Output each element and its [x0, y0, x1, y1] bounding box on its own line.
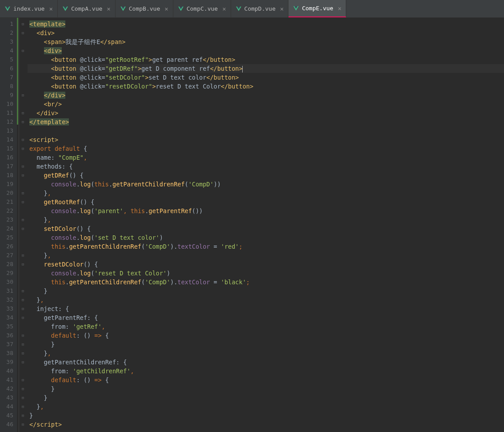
fold-marker[interactable]: ⊡	[19, 411, 27, 420]
tab-index-vue[interactable]: index.vue×	[0, 0, 58, 17]
fold-marker[interactable]: ⊡	[19, 109, 27, 117]
code-line[interactable]: <div>	[28, 28, 504, 37]
code-line[interactable]: getRootRef() {	[28, 198, 504, 206]
code-line[interactable]: setDColor() {	[28, 224, 504, 233]
code-line[interactable]: <div>	[28, 46, 504, 55]
code-line[interactable]: getParentRef: {	[28, 313, 504, 322]
code-line[interactable]: <button @click="resetDColor">reset D tex…	[28, 82, 504, 91]
fold-marker[interactable]	[19, 367, 27, 375]
code-line[interactable]: </div>	[28, 109, 504, 117]
fold-marker[interactable]: ⊟	[19, 260, 27, 269]
fold-marker[interactable]	[19, 37, 27, 46]
fold-marker[interactable]: ⊡	[19, 251, 27, 260]
code-line[interactable]: export default {	[28, 144, 504, 153]
code-line[interactable]: </div>	[28, 91, 504, 100]
fold-marker[interactable]: ⊡	[19, 91, 27, 100]
fold-marker[interactable]: ⊟	[19, 28, 27, 37]
fold-marker[interactable]	[19, 73, 27, 82]
code-line[interactable]: console.log('set D text color')	[28, 233, 504, 242]
close-icon[interactable]: ×	[222, 5, 226, 12]
code-editor[interactable]: 1234567891011121314151617181920212223242…	[0, 18, 504, 432]
code-line[interactable]: from: 'getChildrenRef',	[28, 367, 504, 375]
fold-marker[interactable]	[19, 82, 27, 91]
code-line[interactable]: }	[28, 340, 504, 349]
fold-marker[interactable]	[19, 153, 27, 162]
code-line[interactable]: }	[28, 393, 504, 402]
code-line[interactable]: },	[28, 251, 504, 260]
fold-marker[interactable]: ⊟	[19, 304, 27, 313]
code-line[interactable]: getParentChildrenRef: {	[28, 358, 504, 367]
close-icon[interactable]: ×	[338, 5, 341, 12]
fold-marker[interactable]	[19, 242, 27, 251]
close-icon[interactable]: ×	[164, 5, 168, 12]
code-line[interactable]: default: () => {	[28, 375, 504, 384]
code-line[interactable]: }	[28, 384, 504, 393]
code-line[interactable]: },	[28, 295, 504, 304]
tab-CompA-vue[interactable]: CompA.vue×	[58, 0, 116, 17]
code-line[interactable]: <br/>	[28, 100, 504, 109]
code-line[interactable]: </script>	[28, 420, 504, 429]
code-line[interactable]: console.log('reset D text Color')	[28, 269, 504, 278]
code-line[interactable]: }	[28, 287, 504, 295]
code-line[interactable]: from: 'getRef',	[28, 322, 504, 331]
fold-marker[interactable]: ⊡	[19, 215, 27, 224]
code-area[interactable]: <template> <div> <span>我是子组件E</span> <di…	[27, 18, 504, 432]
fold-marker[interactable]	[19, 233, 27, 242]
fold-marker[interactable]	[19, 180, 27, 189]
code-line[interactable]: getDRef() {	[28, 171, 504, 180]
fold-marker[interactable]: ⊟	[19, 224, 27, 233]
tab-CompE-vue[interactable]: CompE.vue×	[288, 0, 346, 17]
fold-marker[interactable]: ⊡	[19, 189, 27, 198]
tab-CompD-vue[interactable]: CompD.vue×	[231, 0, 289, 17]
fold-marker[interactable]	[19, 269, 27, 278]
fold-marker[interactable]: ⊡	[19, 393, 27, 402]
fold-marker[interactable]: ⊡	[19, 402, 27, 411]
fold-marker[interactable]: ⊡	[19, 340, 27, 349]
fold-marker[interactable]: ⊟	[19, 144, 27, 153]
fold-marker[interactable]: ⊟	[19, 358, 27, 367]
close-icon[interactable]: ×	[49, 5, 52, 12]
code-line[interactable]: this.getParentChildrenRef('CompD').textC…	[28, 278, 504, 287]
code-line[interactable]: <button @click="getDRef">get D component…	[28, 64, 504, 73]
fold-marker[interactable]: ⊟	[19, 198, 27, 206]
code-line[interactable]: },	[28, 349, 504, 358]
fold-marker[interactable]: ⊡	[19, 287, 27, 295]
code-line[interactable]: <script>	[28, 135, 504, 144]
code-line[interactable]: <button @click="getRootRef">get parent r…	[28, 55, 504, 64]
code-line[interactable]	[28, 126, 504, 135]
fold-marker[interactable]: ⊟	[19, 20, 27, 28]
fold-marker[interactable]: ⊡	[19, 349, 27, 358]
fold-marker[interactable]: ⊟	[19, 135, 27, 144]
close-icon[interactable]: ×	[280, 5, 284, 12]
fold-marker[interactable]	[19, 278, 27, 287]
fold-marker[interactable]: ⊡	[19, 295, 27, 304]
fold-marker[interactable]: ⊡	[19, 420, 27, 429]
code-line[interactable]: <button @click="setDColor">set D text co…	[28, 73, 504, 82]
fold-marker[interactable]	[19, 64, 27, 73]
code-line[interactable]: this.getParentChildrenRef('CompD').textC…	[28, 242, 504, 251]
code-line[interactable]: },	[28, 402, 504, 411]
fold-marker[interactable]: ⊡	[19, 117, 27, 126]
code-line[interactable]: resetDColor() {	[28, 260, 504, 269]
code-line[interactable]: </template>	[28, 117, 504, 126]
code-line[interactable]: }	[28, 411, 504, 420]
fold-marker[interactable]: ⊡	[19, 384, 27, 393]
tab-CompB-vue[interactable]: CompB.vue×	[116, 0, 173, 17]
fold-marker[interactable]: ⊟	[19, 331, 27, 340]
fold-marker[interactable]	[19, 322, 27, 331]
fold-marker[interactable]: ⊟	[19, 46, 27, 55]
fold-marker[interactable]: ⊟	[19, 375, 27, 384]
fold-marker[interactable]: ⊟	[19, 162, 27, 171]
code-line[interactable]: methods: {	[28, 162, 504, 171]
code-line[interactable]: <template>	[28, 20, 504, 28]
close-icon[interactable]: ×	[107, 5, 110, 12]
tab-CompC-vue[interactable]: CompC.vue×	[173, 0, 231, 17]
code-line[interactable]: default: () => {	[28, 331, 504, 340]
fold-gutter[interactable]: ⊟⊟⊟⊡⊡⊡⊟⊟⊟⊟⊡⊟⊡⊟⊡⊟⊡⊡⊟⊟⊟⊡⊡⊟⊟⊡⊡⊡⊡⊡	[19, 18, 27, 432]
fold-marker[interactable]	[19, 100, 27, 109]
fold-marker[interactable]	[19, 55, 27, 64]
fold-marker[interactable]	[19, 126, 27, 135]
code-line[interactable]: },	[28, 215, 504, 224]
code-line[interactable]: inject: {	[28, 304, 504, 313]
code-line[interactable]: },	[28, 189, 504, 198]
